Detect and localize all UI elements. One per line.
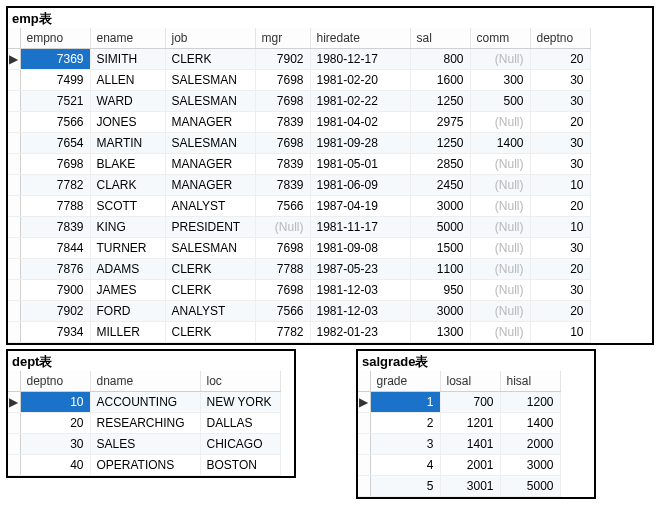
row-selector[interactable] <box>8 91 20 112</box>
cell-sal[interactable]: 3000 <box>410 196 470 217</box>
cell-hiredate[interactable]: 1981-06-09 <box>310 175 410 196</box>
cell-job[interactable]: ANALYST <box>165 196 255 217</box>
cell-deptno[interactable]: 20 <box>20 413 90 434</box>
cell-comm[interactable]: (Null) <box>470 175 530 196</box>
table-row[interactable]: 420013000 <box>358 455 560 476</box>
cell-mgr[interactable]: 7839 <box>255 175 310 196</box>
row-selector[interactable] <box>8 259 20 280</box>
cell-empno[interactable]: 7876 <box>20 259 90 280</box>
cell-deptno[interactable]: 10 <box>530 322 590 343</box>
cell-grade[interactable]: 3 <box>370 434 440 455</box>
row-selector[interactable] <box>8 413 20 434</box>
cell-sal[interactable]: 2450 <box>410 175 470 196</box>
table-row[interactable]: 7654MARTINSALESMAN76981981-09-2812501400… <box>8 133 590 154</box>
cell-empno[interactable]: 7698 <box>20 154 90 175</box>
cell-hiredate[interactable]: 1980-12-17 <box>310 49 410 70</box>
cell-loc[interactable]: NEW YORK <box>200 392 280 413</box>
cell-deptno[interactable]: 10 <box>530 175 590 196</box>
cell-hiredate[interactable]: 1982-01-23 <box>310 322 410 343</box>
cell-dname[interactable]: SALES <box>90 434 200 455</box>
cell-deptno[interactable]: 20 <box>530 49 590 70</box>
cell-mgr[interactable]: 7788 <box>255 259 310 280</box>
table-row[interactable]: 7900JAMESCLERK76981981-12-03950(Null)30 <box>8 280 590 301</box>
cell-mgr[interactable]: (Null) <box>255 217 310 238</box>
cell-job[interactable]: SALESMAN <box>165 91 255 112</box>
table-row[interactable]: ▶10ACCOUNTINGNEW YORK <box>8 392 280 413</box>
column-header-empno[interactable]: empno <box>20 28 90 49</box>
cell-comm[interactable]: (Null) <box>470 238 530 259</box>
column-header-sal[interactable]: sal <box>410 28 470 49</box>
dept-table[interactable]: deptnodnameloc▶10ACCOUNTINGNEW YORK20RES… <box>8 371 281 476</box>
column-header-hiredate[interactable]: hiredate <box>310 28 410 49</box>
cell-deptno[interactable]: 30 <box>530 133 590 154</box>
cell-deptno[interactable]: 30 <box>530 238 590 259</box>
cell-ename[interactable]: ADAMS <box>90 259 165 280</box>
cell-job[interactable]: CLERK <box>165 280 255 301</box>
cell-ename[interactable]: FORD <box>90 301 165 322</box>
cell-hisal[interactable]: 2000 <box>500 434 560 455</box>
row-selector[interactable]: ▶ <box>8 392 20 413</box>
table-row[interactable]: ▶7369SIMITHCLERK79021980-12-17800(Null)2… <box>8 49 590 70</box>
cell-hisal[interactable]: 3000 <box>500 455 560 476</box>
cell-deptno[interactable]: 20 <box>530 301 590 322</box>
table-row[interactable]: 20RESEARCHINGDALLAS <box>8 413 280 434</box>
cell-mgr[interactable]: 7698 <box>255 70 310 91</box>
cell-sal[interactable]: 5000 <box>410 217 470 238</box>
cell-deptno[interactable]: 30 <box>530 154 590 175</box>
cell-sal[interactable]: 1250 <box>410 133 470 154</box>
cell-hisal[interactable]: 1200 <box>500 392 560 413</box>
cell-empno[interactable]: 7788 <box>20 196 90 217</box>
table-row[interactable]: 7844TURNERSALESMAN76981981-09-081500(Nul… <box>8 238 590 259</box>
cell-deptno[interactable]: 40 <box>20 455 90 476</box>
table-row[interactable]: 30SALESCHICAGO <box>8 434 280 455</box>
cell-losal[interactable]: 2001 <box>440 455 500 476</box>
column-header-dname[interactable]: dname <box>90 371 200 392</box>
cell-empno[interactable]: 7900 <box>20 280 90 301</box>
cell-comm[interactable]: (Null) <box>470 259 530 280</box>
cell-hiredate[interactable]: 1981-09-08 <box>310 238 410 259</box>
cell-ename[interactable]: CLARK <box>90 175 165 196</box>
cell-comm[interactable]: 500 <box>470 91 530 112</box>
table-row[interactable]: 7521WARDSALESMAN76981981-02-22125050030 <box>8 91 590 112</box>
cell-comm[interactable]: (Null) <box>470 280 530 301</box>
column-header-hisal[interactable]: hisal <box>500 371 560 392</box>
cell-ename[interactable]: TURNER <box>90 238 165 259</box>
table-row[interactable]: 40OPERATIONSBOSTON <box>8 455 280 476</box>
cell-job[interactable]: CLERK <box>165 259 255 280</box>
table-row[interactable]: 7782CLARKMANAGER78391981-06-092450(Null)… <box>8 175 590 196</box>
cell-ename[interactable]: MARTIN <box>90 133 165 154</box>
row-selector[interactable] <box>8 112 20 133</box>
cell-sal[interactable]: 800 <box>410 49 470 70</box>
column-header-grade[interactable]: grade <box>370 371 440 392</box>
cell-ename[interactable]: JAMES <box>90 280 165 301</box>
cell-grade[interactable]: 4 <box>370 455 440 476</box>
cell-ename[interactable]: MILLER <box>90 322 165 343</box>
cell-empno[interactable]: 7369 <box>20 49 90 70</box>
cell-job[interactable]: CLERK <box>165 322 255 343</box>
row-selector[interactable] <box>8 217 20 238</box>
cell-ename[interactable]: WARD <box>90 91 165 112</box>
cell-job[interactable]: CLERK <box>165 49 255 70</box>
column-header-loc[interactable]: loc <box>200 371 280 392</box>
cell-deptno[interactable]: 30 <box>530 70 590 91</box>
cell-job[interactable]: MANAGER <box>165 175 255 196</box>
row-selector[interactable] <box>8 280 20 301</box>
column-header-comm[interactable]: comm <box>470 28 530 49</box>
cell-grade[interactable]: 5 <box>370 476 440 497</box>
cell-empno[interactable]: 7934 <box>20 322 90 343</box>
cell-deptno[interactable]: 30 <box>530 91 590 112</box>
row-selector[interactable] <box>8 434 20 455</box>
cell-ename[interactable]: SCOTT <box>90 196 165 217</box>
cell-mgr[interactable]: 7566 <box>255 301 310 322</box>
table-row[interactable]: 314012000 <box>358 434 560 455</box>
cell-losal[interactable]: 3001 <box>440 476 500 497</box>
table-row[interactable]: 7698BLAKEMANAGER78391981-05-012850(Null)… <box>8 154 590 175</box>
cell-comm[interactable]: (Null) <box>470 49 530 70</box>
cell-comm[interactable]: (Null) <box>470 196 530 217</box>
cell-hiredate[interactable]: 1981-09-28 <box>310 133 410 154</box>
cell-ename[interactable]: SIMITH <box>90 49 165 70</box>
cell-empno[interactable]: 7499 <box>20 70 90 91</box>
cell-comm[interactable]: (Null) <box>470 112 530 133</box>
cell-mgr[interactable]: 7902 <box>255 49 310 70</box>
cell-hiredate[interactable]: 1981-04-02 <box>310 112 410 133</box>
